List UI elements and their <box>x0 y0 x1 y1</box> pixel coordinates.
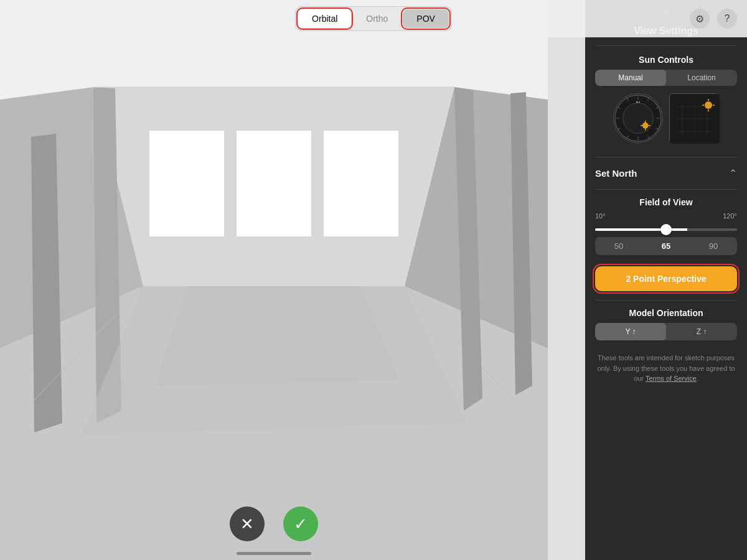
help-icon[interactable]: ? <box>717 9 737 29</box>
svg-rect-7 <box>324 131 398 236</box>
disclaimer-section: These tools are intended for sketch purp… <box>585 345 747 391</box>
3d-scene[interactable]: ✕ ✓ <box>0 0 548 560</box>
y-up-button[interactable]: Y ↑ <box>595 323 666 340</box>
fov-presets: 50 65 90 <box>595 237 737 255</box>
bottom-bar-indicator <box>237 552 311 555</box>
room-svg <box>0 37 548 560</box>
cancel-button[interactable]: ✕ <box>230 506 265 541</box>
model-orientation-title: Model Orientation <box>595 308 737 318</box>
z-up-button[interactable]: Z ↑ <box>666 323 737 340</box>
fov-slider-container: 10° 120° <box>595 212 737 233</box>
model-orientation-section: Model Orientation Y ↑ Z ↑ <box>585 303 747 345</box>
fov-section: Field of View 10° 120° 50 65 90 <box>585 192 747 260</box>
top-nav-bar: Orbital Ortho POV <box>0 0 747 37</box>
fov-range-labels: 10° 120° <box>595 212 737 220</box>
fov-max-label: 120° <box>723 212 737 220</box>
sun-dials-container: N <box>595 93 737 143</box>
chevron-up-icon: ⌃ <box>729 167 737 179</box>
manual-toggle[interactable]: Manual <box>595 70 666 86</box>
settings-icon[interactable]: ⚙ <box>690 9 710 29</box>
fov-title: Field of View <box>595 197 737 207</box>
sun-controls-title: Sun Controls <box>595 55 737 65</box>
elevation-dial[interactable] <box>669 93 719 143</box>
terms-of-service-link[interactable]: Terms of Service <box>646 375 697 382</box>
bottom-actions: ✕ ✓ <box>230 506 318 541</box>
fov-min-label: 10° <box>595 212 606 220</box>
divider-4 <box>595 300 737 301</box>
confirm-button[interactable]: ✓ <box>283 506 318 541</box>
svg-rect-6 <box>237 131 311 236</box>
elevation-dial-svg <box>670 94 720 144</box>
orbital-button[interactable]: Orbital <box>298 9 351 28</box>
top-right-icons: ⚙ ? <box>690 9 737 29</box>
pov-button[interactable]: POV <box>403 9 449 28</box>
sun-toggle-group: Manual Location <box>595 70 737 86</box>
disclaimer-period: . <box>697 375 698 382</box>
right-panel: ▲ View Settings Sun Controls Manual Loca… <box>585 0 747 560</box>
azimuth-dial-svg: N <box>614 93 662 143</box>
svg-point-31 <box>623 103 654 134</box>
location-toggle[interactable]: Location <box>666 70 737 86</box>
divider-2 <box>595 157 737 157</box>
set-north-label: Set North <box>595 168 637 179</box>
fov-preset-90[interactable]: 90 <box>702 240 725 252</box>
ortho-button[interactable]: Ortho <box>352 9 402 28</box>
divider-1 <box>595 45 737 46</box>
azimuth-dial[interactable]: N <box>613 93 663 143</box>
sun-controls-section: Sun Controls Manual Location <box>585 49 747 154</box>
fov-preset-65[interactable]: 65 <box>654 240 678 252</box>
set-north-row[interactable]: Set North ⌃ <box>585 160 747 187</box>
svg-point-44 <box>705 101 712 109</box>
fov-preset-50[interactable]: 50 <box>607 240 631 252</box>
fov-slider[interactable] <box>595 228 737 231</box>
svg-marker-15 <box>156 286 398 386</box>
svg-rect-5 <box>149 131 224 236</box>
room-viewport[interactable] <box>0 37 548 560</box>
divider-3 <box>595 189 737 190</box>
view-mode-group: Orbital Ortho POV <box>295 6 452 31</box>
svg-point-32 <box>642 123 649 129</box>
two-point-perspective-button[interactable]: 2 Point Perspective <box>595 266 737 291</box>
orientation-toggle-group: Y ↑ Z ↑ <box>595 323 737 340</box>
